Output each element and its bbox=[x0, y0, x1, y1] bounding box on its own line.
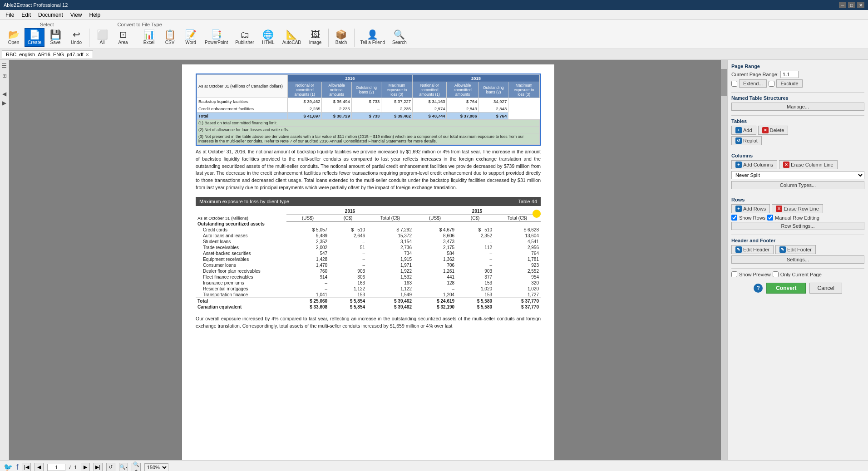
sidebar-nav-icon-2[interactable]: ▶ bbox=[1, 99, 7, 107]
divider-6 bbox=[731, 268, 864, 269]
delete-table-button[interactable]: ✕ Delete bbox=[758, 126, 789, 135]
maximize-button[interactable]: □ bbox=[848, 2, 855, 8]
publisher-button[interactable]: 🗂 Publisher bbox=[232, 28, 257, 47]
menu-view[interactable]: View bbox=[67, 11, 86, 19]
toolbar: 📂 Open 📄 Create 💾 Save ↩ Undo ⬜ All ⊡ Ar… bbox=[4, 28, 864, 47]
document-scroll[interactable]: As at October 31 (Millions of Canadian d… bbox=[9, 60, 727, 460]
powerpoint-button[interactable]: 📑 PowerPoint bbox=[202, 28, 231, 47]
extend-button[interactable]: Extend... bbox=[739, 79, 767, 88]
tab-close-button[interactable]: ✕ bbox=[85, 52, 89, 57]
sidebar-thumbnail-icon[interactable]: ⊞ bbox=[1, 72, 8, 80]
nav-last-button[interactable]: ▶| bbox=[94, 463, 103, 471]
add-rows-button[interactable]: + Add Rows bbox=[731, 204, 770, 213]
sidebar-page-icon[interactable]: ☰ bbox=[1, 62, 8, 70]
help-button[interactable]: ? bbox=[754, 284, 763, 293]
row-consumer-v3: 1,971 bbox=[367, 262, 414, 268]
autocad-button[interactable]: 📐 AutoCAD bbox=[279, 28, 305, 47]
menu-file[interactable]: File bbox=[2, 11, 18, 19]
column-types-button[interactable]: Column Types... bbox=[731, 181, 864, 189]
save-icon: 💾 bbox=[50, 30, 61, 39]
erase-column-button[interactable]: ✕ Erase Column Line bbox=[779, 160, 838, 169]
show-rows-checkbox[interactable] bbox=[731, 215, 737, 221]
show-rows-label: Show Rows bbox=[739, 215, 765, 221]
erase-row-button[interactable]: ✕ Erase Row Line bbox=[772, 204, 823, 213]
row-credit-v7: 2,843 bbox=[478, 105, 508, 113]
create-button[interactable]: 📄 Create bbox=[25, 28, 44, 47]
csv-button[interactable]: 📋 CSV bbox=[160, 28, 180, 47]
only-current-page-checkbox[interactable] bbox=[773, 271, 779, 277]
scrollbar-thumb[interactable] bbox=[721, 69, 727, 96]
exclude-button[interactable]: Exclude bbox=[776, 79, 802, 88]
minimize-button[interactable]: ─ bbox=[839, 2, 846, 8]
area-label: Area bbox=[118, 40, 128, 45]
zoom-select[interactable]: 150% 100% 75% bbox=[144, 463, 168, 471]
save-button[interactable]: 💾 Save bbox=[45, 28, 65, 47]
exclude-checkbox[interactable] bbox=[769, 81, 774, 87]
add-columns-button[interactable]: + Add Columns bbox=[731, 160, 777, 169]
manual-row-editing-checkbox[interactable] bbox=[767, 215, 773, 221]
table-row: Fleet finance receivables 914 306 1,532 … bbox=[196, 274, 541, 280]
menu-help[interactable]: Help bbox=[86, 11, 104, 19]
show-preview-checkbox[interactable] bbox=[731, 271, 737, 277]
document-tab[interactable]: RBC_english_AR16_ENG_p47.pdf ✕ bbox=[2, 50, 93, 58]
nav-prev-button[interactable]: ◀ bbox=[35, 463, 44, 471]
row-fleet-v1: 914 bbox=[286, 274, 329, 280]
convert-button[interactable]: Convert bbox=[766, 283, 806, 294]
zoom-out-button[interactable]: 🔍- bbox=[119, 463, 128, 471]
zoom-in-button[interactable]: 🔍+ bbox=[132, 463, 141, 471]
tell-friend-button[interactable]: 👤 Tell a Friend bbox=[357, 28, 388, 47]
edit-header-button[interactable]: ✎ Edit Header bbox=[731, 245, 774, 254]
settings-button[interactable]: Settings... bbox=[731, 255, 864, 264]
social-twitter-icon: 🐦 bbox=[4, 463, 13, 471]
area-button[interactable]: ⊡ Area bbox=[113, 28, 133, 47]
cancel-button[interactable]: Cancel bbox=[809, 283, 842, 294]
row-consumer-v2: – bbox=[329, 262, 367, 268]
add-table-button[interactable]: + Add bbox=[731, 126, 756, 135]
row-fleet-v5: 377 bbox=[456, 274, 494, 280]
open-button[interactable]: 📂 Open bbox=[4, 28, 24, 47]
row-settings-button[interactable]: Row Settings... bbox=[731, 222, 864, 230]
rows-buttons: + Add Rows ✕ Erase Row Line bbox=[731, 204, 864, 213]
close-button[interactable]: ✕ bbox=[857, 2, 864, 8]
nav-first-button[interactable]: |◀ bbox=[22, 463, 31, 471]
doc-vertical-scrollbar[interactable] bbox=[721, 60, 727, 460]
col-as-at: As at October 31 (Millions) bbox=[196, 215, 286, 221]
menu-edit[interactable]: Edit bbox=[18, 11, 35, 19]
extend-checkbox[interactable] bbox=[731, 81, 737, 87]
menu-document[interactable]: Document bbox=[35, 11, 67, 19]
image-button[interactable]: 🖼 Image bbox=[306, 28, 326, 47]
all-button[interactable]: ⬜ All bbox=[92, 28, 112, 47]
row-fleet-v4: 441 bbox=[414, 274, 456, 280]
named-table-structures-section: Named Table Structures Manage... bbox=[731, 95, 864, 111]
search-button[interactable]: 🔍 Search bbox=[389, 28, 410, 47]
erase-row-label: Erase Row Line bbox=[784, 206, 819, 211]
table-44-header: Maximum exposure to loss by client type … bbox=[196, 197, 541, 206]
html-button[interactable]: 🌐 HTML bbox=[258, 28, 278, 47]
never-split-select[interactable]: Never Split bbox=[731, 171, 864, 179]
paragraph-1: As at October 31, 2016, the notional amo… bbox=[196, 148, 541, 191]
manage-button[interactable]: Manage... bbox=[731, 103, 864, 111]
row-residential-v4: – bbox=[414, 286, 456, 292]
undo-button[interactable]: ↩ Undo bbox=[66, 28, 86, 47]
yellow-indicator bbox=[533, 210, 541, 218]
row-abs-v1: 547 bbox=[286, 250, 329, 256]
nav-next-button[interactable]: ▶ bbox=[81, 463, 90, 471]
edit-footer-button[interactable]: ✎ Edit Footer bbox=[775, 245, 816, 254]
excel-button[interactable]: 📊 Excel bbox=[139, 28, 159, 47]
word-button[interactable]: 📝 Word bbox=[181, 28, 201, 47]
refresh-button[interactable]: ↺ bbox=[106, 463, 115, 471]
row-credit-v1: 2,235 bbox=[288, 105, 322, 113]
batch-button[interactable]: 📦 Batch bbox=[331, 28, 351, 47]
row-residential-v3: 1,122 bbox=[367, 286, 414, 292]
erase-col-icon: ✕ bbox=[783, 162, 789, 168]
all-label: All bbox=[99, 40, 104, 45]
row-backstop-v1: $ 39,462 bbox=[288, 98, 322, 105]
current-page-input[interactable] bbox=[780, 71, 799, 78]
edit-header-icon: ✎ bbox=[735, 246, 742, 253]
powerpoint-icon: 📑 bbox=[211, 30, 222, 39]
row-dealer-v3: 1,922 bbox=[367, 268, 414, 274]
page-number-input[interactable] bbox=[47, 464, 65, 471]
replot-button[interactable]: ↺ Replot bbox=[731, 136, 762, 145]
row-backstop-label: Backstop liquidity facilities bbox=[197, 98, 288, 105]
sidebar-nav-icon-1[interactable]: ◀ bbox=[1, 90, 7, 98]
